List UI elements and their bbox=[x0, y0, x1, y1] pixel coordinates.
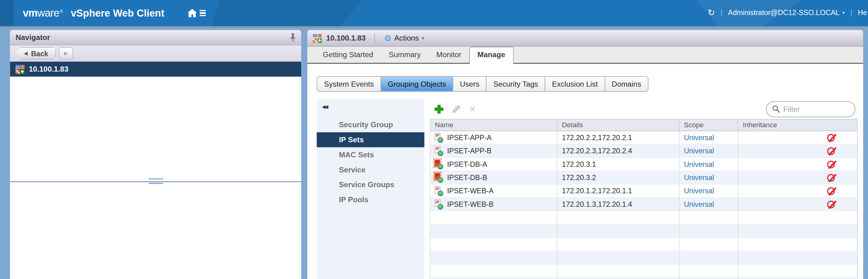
back-button[interactable]: ◀ Back bbox=[14, 47, 56, 60]
user-menu[interactable]: Administrator@DC12-SSO.LOCAL ▾ bbox=[728, 8, 845, 17]
gear-icon: ⚙ bbox=[384, 34, 391, 42]
column-header-inheritance[interactable]: Inheritance bbox=[738, 119, 857, 131]
add-button[interactable] bbox=[434, 104, 444, 114]
tab-monitor[interactable]: Monitor bbox=[429, 47, 469, 63]
ipset-universal-icon: IP bbox=[434, 160, 443, 169]
navigator-item-selected[interactable]: 10.100.1.83 bbox=[10, 62, 301, 77]
tab-manage[interactable]: Manage bbox=[469, 47, 514, 64]
column-header-scope[interactable]: Scope bbox=[679, 119, 738, 131]
subtab-security-tags[interactable]: Security Tags bbox=[486, 77, 545, 91]
inheritance-blocked-icon bbox=[827, 174, 835, 181]
inheritance-blocked-icon bbox=[827, 147, 835, 155]
actions-label: Actions bbox=[394, 34, 418, 42]
banner-decoration bbox=[211, 0, 362, 26]
plus-icon bbox=[434, 104, 444, 114]
ipset-icon: IP bbox=[434, 146, 443, 156]
splitter-handle[interactable] bbox=[10, 181, 301, 183]
ipset-name: IPSET-APP-A bbox=[447, 133, 492, 142]
table-row[interactable]: IPIPSET-DB-A172.20.3.1Universal bbox=[430, 158, 857, 171]
table-row[interactable]: IPIPSET-APP-B172.20.2.3,172.20.2.4Univer… bbox=[430, 144, 857, 158]
subtab-domains[interactable]: Domains bbox=[604, 77, 648, 91]
scope-link[interactable]: Universal bbox=[684, 187, 714, 195]
ipset-icon: IP bbox=[434, 133, 443, 142]
ipset-details: 172.20.3.1 bbox=[558, 158, 680, 171]
divider: | bbox=[720, 8, 722, 17]
sidebar-item-mac-sets[interactable]: MAC Sets bbox=[317, 147, 425, 162]
navigator-panel: Navigator ◀ Back ▶ 10.100.1.83 bbox=[9, 29, 302, 279]
subtab-system-events[interactable]: System Events bbox=[317, 77, 381, 91]
scope-link[interactable]: Universal bbox=[684, 160, 714, 168]
table-row-empty bbox=[430, 251, 857, 264]
collapse-sidebar-icon[interactable]: ◀◀ bbox=[317, 99, 425, 109]
table-row[interactable]: IPIPSET-DB-B172.20.3.2Universal bbox=[430, 171, 857, 184]
content-panel: 10.100.1.83 ⚙ Actions ▾ Getting StartedS… bbox=[307, 29, 864, 279]
menu-icon[interactable] bbox=[200, 10, 206, 16]
ipset-details: 172.20.2.2,172.20.2.1 bbox=[558, 131, 680, 144]
table-toolbar: ✕ bbox=[430, 99, 858, 119]
actions-menu[interactable]: ⚙ Actions ▾ bbox=[384, 34, 424, 42]
back-label: Back bbox=[31, 49, 48, 57]
refresh-icon[interactable]: ↻ bbox=[708, 8, 715, 17]
forward-button[interactable]: ▶ bbox=[59, 47, 73, 60]
home-icon[interactable] bbox=[187, 9, 197, 17]
edit-button[interactable] bbox=[452, 105, 461, 113]
chevron-down-icon: ▾ bbox=[422, 35, 424, 41]
search-icon bbox=[772, 105, 780, 113]
back-arrow-icon: ◀ bbox=[24, 51, 28, 56]
tab-getting-started[interactable]: Getting Started bbox=[315, 47, 381, 63]
grouping-objects-sidebar: ◀◀ Security GroupIP SetsMAC SetsServiceS… bbox=[317, 99, 425, 279]
filter-box bbox=[766, 101, 856, 117]
ipset-universal-icon: IP bbox=[434, 173, 443, 182]
navigator-header: Navigator bbox=[10, 30, 301, 46]
scope-link[interactable]: Universal bbox=[684, 200, 714, 208]
chevron-down-icon: ▾ bbox=[842, 10, 845, 16]
divider bbox=[374, 33, 375, 43]
app-header: vmware® vSphere Web Client ↻ | Administr… bbox=[0, 0, 868, 27]
navigator-body bbox=[10, 77, 301, 279]
navigator-title: Navigator bbox=[16, 33, 50, 42]
column-header-details[interactable]: Details bbox=[558, 119, 680, 131]
table-body: IPIPSET-APP-A172.20.2.2,172.20.2.1Univer… bbox=[430, 131, 857, 279]
scope-link[interactable]: Universal bbox=[684, 173, 714, 182]
table-row-empty bbox=[430, 278, 857, 279]
pin-icon[interactable] bbox=[290, 33, 296, 42]
subtab-users[interactable]: Users bbox=[453, 77, 486, 91]
tab-summary[interactable]: Summary bbox=[381, 47, 429, 63]
ipset-icon: IP bbox=[434, 199, 443, 209]
ipsets-table: NameDetailsScopeInheritance IPIPSET-APP-… bbox=[430, 119, 858, 279]
networking-security-icon bbox=[313, 33, 322, 43]
delete-button[interactable]: ✕ bbox=[469, 105, 476, 113]
ipset-name: IPSET-DB-B bbox=[447, 173, 487, 182]
column-header-name[interactable]: Name bbox=[430, 119, 557, 131]
table-row-empty bbox=[430, 225, 857, 238]
subtab-bar: System EventsGrouping ObjectsUsersSecuri… bbox=[317, 76, 648, 92]
table-row[interactable]: IPIPSET-APP-A172.20.2.2,172.20.2.1Univer… bbox=[430, 131, 857, 144]
inheritance-blocked-icon bbox=[827, 134, 835, 141]
sidebar-item-ip-sets[interactable]: IP Sets bbox=[317, 132, 425, 147]
ipset-name: IPSET-APP-B bbox=[447, 146, 492, 155]
sidebar-item-security-group[interactable]: Security Group bbox=[317, 117, 425, 133]
user-name: Administrator@DC12-SSO.LOCAL bbox=[728, 8, 840, 17]
tab-bar: Getting StartedSummaryMonitorManage bbox=[307, 47, 863, 64]
scope-link[interactable]: Universal bbox=[684, 146, 714, 155]
brand-ware: ware bbox=[37, 7, 59, 19]
sidebar-item-service[interactable]: Service bbox=[317, 162, 425, 177]
ipset-name: IPSET-DB-A bbox=[447, 160, 487, 168]
inheritance-blocked-icon bbox=[827, 160, 835, 168]
subtab-exclusion-list[interactable]: Exclusion List bbox=[545, 77, 604, 91]
divider: | bbox=[850, 8, 852, 17]
sidebar-item-ip-pools[interactable]: IP Pools bbox=[317, 192, 425, 207]
product-title: vSphere Web Client bbox=[71, 7, 164, 19]
subtab-grouping-objects[interactable]: Grouping Objects bbox=[381, 77, 453, 91]
ipset-details: 172.20.1.3,172.20.1.4 bbox=[558, 198, 680, 211]
filter-input[interactable] bbox=[783, 105, 849, 113]
scope-link[interactable]: Universal bbox=[684, 133, 714, 142]
networking-security-icon bbox=[16, 65, 25, 74]
help-link[interactable]: He bbox=[858, 8, 867, 17]
sidebar-item-service-groups[interactable]: Service Groups bbox=[317, 177, 425, 192]
pencil-icon bbox=[452, 105, 461, 113]
vmware-logo: vmware® vSphere Web Client bbox=[23, 7, 164, 19]
table-row[interactable]: IPIPSET-WEB-A172.20.1.2,172.20.1.1Univer… bbox=[430, 184, 857, 198]
ipset-details: 172.20.3.2 bbox=[558, 171, 680, 184]
table-row[interactable]: IPIPSET-WEB-B172.20.1.3,172.20.1.4Univer… bbox=[430, 198, 857, 211]
